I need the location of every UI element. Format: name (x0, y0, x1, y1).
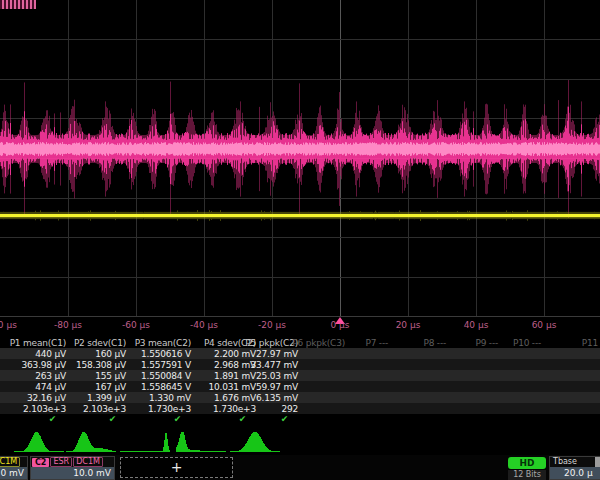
param-header-P3[interactable]: P3 mean(C2) (135, 338, 191, 348)
param-value-cell: 59.97 mV (256, 382, 298, 392)
add-trace-button[interactable]: + (120, 457, 233, 478)
hd-bits-label: 12 Bits (508, 470, 546, 480)
cropped-box-right (595, 457, 600, 467)
param-value-cell: 363.98 µV (22, 360, 66, 370)
c2-label: C2 (32, 458, 49, 467)
timebase-descriptor[interactable]: Tbase 20.0 µ (549, 456, 600, 480)
param-value-cell: 1.730e+3 (148, 404, 191, 414)
waveform-canvas[interactable] (0, 0, 600, 317)
param-header-P7[interactable]: P7 --- (365, 338, 388, 348)
param-value-cell: 2.103e+3 (83, 404, 126, 414)
channel-c1-descriptor[interactable]: C1 DC1M 10.0 mV (0, 456, 28, 480)
param-header-P6[interactable]: P6 pkpk(C3) (292, 338, 345, 348)
histicon-P2[interactable] (66, 430, 116, 452)
oscilloscope-screen: -100 µs-80 µs-60 µs-40 µs-20 µs0 µs20 µs… (0, 0, 600, 480)
param-value-cell: 1.730e+3 (213, 404, 256, 414)
param-value-cell: 155 µV (95, 371, 126, 381)
param-value-cell: 32.16 µV (27, 393, 66, 403)
param-value-cell: 160 µV (95, 349, 126, 359)
param-status-check-icon: ✔ (239, 414, 246, 424)
param-value-cell: 263 µV (35, 371, 66, 381)
c1-title: C1 DC1M (0, 457, 27, 467)
cropped-toolbar-badge (0, 0, 36, 9)
param-value-cell: 1.330 mV (149, 393, 191, 403)
param-status-check-icon: ✔ (281, 414, 288, 424)
param-value-cell: 2.103e+3 (23, 404, 66, 414)
param-header-P5[interactable]: P5 pkpk(C2) (245, 338, 298, 348)
param-value-cell: 2.200 mV (214, 349, 256, 359)
param-value-cell: 474 µV (35, 382, 66, 392)
c2-scale: 10.0 mV (31, 467, 114, 479)
param-value-cell: 1.399 µV (87, 393, 126, 403)
time-axis-label: -20 µs (258, 320, 286, 330)
time-axis-label: -40 µs (190, 320, 218, 330)
param-header-P11[interactable]: P11 (582, 338, 598, 348)
histicon-P5[interactable] (230, 430, 280, 452)
time-axis-label: 40 µs (464, 320, 489, 330)
hd-mode-badge[interactable]: HD (508, 457, 546, 469)
param-value-cell: 10.031 mV (209, 382, 256, 392)
param-header-P1[interactable]: P1 mean(C1) (10, 338, 66, 348)
param-value-cell: 292 (281, 404, 298, 414)
time-axis-label: 0 µs (330, 320, 349, 330)
param-value-cell: 33.477 mV (251, 360, 298, 370)
table-row (0, 381, 600, 392)
param-status-check-icon: ✔ (49, 414, 56, 424)
channel-c2-descriptor[interactable]: C2 ESR DC1M 10.0 mV (30, 456, 115, 480)
param-value-cell: 25.03 mV (256, 371, 298, 381)
c1-coupling-badge: DC1M (0, 457, 20, 467)
param-value-cell: 1.558645 V (141, 382, 191, 392)
histicon-row (0, 427, 600, 454)
c1-scale: 10.0 mV (0, 467, 27, 479)
param-value-cell: 1.550616 V (141, 349, 191, 359)
param-value-cell: 1.676 mV (214, 393, 256, 403)
waveform-grid[interactable] (0, 0, 600, 317)
table-row (0, 348, 600, 359)
time-axis-label: 60 µs (532, 320, 557, 330)
param-header-P2[interactable]: P2 sdev(C1) (74, 338, 126, 348)
param-header-P10[interactable]: P10 --- (513, 338, 541, 348)
c2-esr-badge: ESR (50, 457, 72, 467)
param-value-cell: 1.891 mV (214, 371, 256, 381)
param-value-cell: 27.97 mV (256, 349, 298, 359)
table-row (0, 370, 600, 381)
histicon-P1[interactable] (14, 430, 64, 452)
time-axis-label: -80 µs (54, 320, 82, 330)
param-status-check-icon: ✔ (109, 414, 116, 424)
param-header-P8[interactable]: P8 --- (423, 338, 446, 348)
time-axis-label: -100 µs (0, 320, 17, 330)
param-value-cell: 167 µV (95, 382, 126, 392)
time-axis: -100 µs-80 µs-60 µs-40 µs-20 µs0 µs20 µs… (0, 317, 600, 337)
param-value-cell: 440 µV (35, 349, 66, 359)
c2-title: C2 ESR DC1M (31, 457, 114, 467)
histicon-P3[interactable] (120, 430, 170, 452)
param-value-cell: 6.135 mV (256, 393, 298, 403)
param-header-P9[interactable]: P9 --- (475, 338, 498, 348)
param-value-cell: 1.557591 V (141, 360, 191, 370)
param-value-cell: 158.308 µV (76, 360, 126, 370)
timebase-label: Tbase (550, 457, 600, 467)
descriptor-bar: C1 DC1M 10.0 mV C2 ESR DC1M 10.0 mV + HD… (0, 455, 600, 480)
time-axis-label: 20 µs (396, 320, 421, 330)
param-status-check-icon: ✔ (174, 414, 181, 424)
measurement-table: P1 mean(C1)P2 sdev(C1)P3 mean(C2)P4 sdev… (0, 337, 600, 427)
c2-coupling-badge: DC1M (73, 457, 103, 467)
param-value-cell: 1.550084 V (141, 371, 191, 381)
timebase-value: 20.0 µ (550, 467, 600, 479)
time-axis-label: -60 µs (122, 320, 150, 330)
histicon-P4[interactable] (176, 430, 226, 452)
